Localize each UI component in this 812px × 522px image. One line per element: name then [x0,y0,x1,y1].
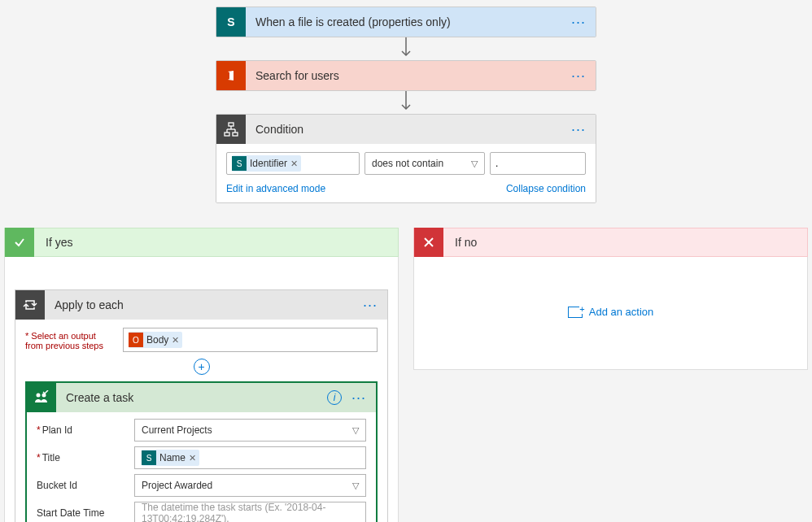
arrow-down-icon [398,37,414,60]
plan-id-label: *Plan Id [37,424,126,436]
office365-icon [216,61,246,90]
identifier-token[interactable]: S Identifier ✕ [232,155,301,172]
sharepoint-icon: S [142,450,156,465]
chevron-down-icon: ▽ [471,159,478,169]
condition-step: Condition ··· S Identifier ✕ does not co… [216,114,596,203]
create-task-step: Create a task i ··· *Plan Id Current Pro… [25,381,378,522]
svg-rect-5 [233,133,238,136]
plan-id-select[interactable]: Current Projects ▽ [134,419,366,442]
remove-token-icon[interactable]: ✕ [172,335,179,346]
search-users-title: Search for users [246,69,568,82]
sharepoint-icon: S [232,156,247,171]
search-users-menu[interactable]: ··· [568,67,589,85]
apply-menu[interactable]: ··· [360,297,381,314]
task-menu[interactable]: ··· [348,389,369,407]
trigger-title: When a file is created (properties only) [246,15,568,28]
condition-icon [216,115,246,144]
planner-icon [27,383,56,412]
info-icon[interactable]: i [327,390,342,405]
remove-token-icon[interactable]: ✕ [290,159,298,169]
condition-operator-select[interactable]: does not contain ▽ [365,152,485,175]
arrow-down-icon [398,91,414,114]
bucket-id-label: Bucket Id [37,480,126,491]
svg-rect-4 [225,133,229,136]
add-step-button[interactable]: + [194,359,210,375]
if-yes-header[interactable]: If yes [4,228,399,257]
check-icon [5,228,34,257]
create-task-header[interactable]: Create a task i ··· [27,383,376,412]
trigger-menu[interactable]: ··· [568,14,589,31]
add-action-button[interactable]: Add an action [568,306,654,318]
name-token[interactable]: S Name ✕ [142,450,199,466]
collapse-condition-link[interactable]: Collapse condition [506,183,586,194]
title-label: *Title [37,452,126,463]
title-input[interactable]: S Name ✕ [134,446,366,469]
x-icon [414,228,443,257]
remove-token-icon[interactable]: ✕ [189,453,196,463]
edit-advanced-link[interactable]: Edit in advanced mode [226,183,325,194]
svg-rect-3 [229,123,234,126]
condition-value-input[interactable] [490,152,586,175]
condition-left-field[interactable]: S Identifier ✕ [226,152,360,175]
start-date-label: Start Date Time [37,507,126,519]
start-date-input[interactable]: The datetime the task starts (Ex. '2018-… [134,502,366,522]
body-token[interactable]: O Body ✕ [129,332,182,348]
apply-input[interactable]: O Body ✕ [123,328,378,352]
if-yes-branch: If yes Apply to each ··· * Select an out… [4,228,399,522]
condition-title: Condition [246,123,568,136]
add-action-icon [568,307,583,318]
apply-to-each-header[interactable]: Apply to each ··· [15,290,387,320]
apply-to-each-step: Apply to each ··· * Select an output fro… [15,289,388,522]
trigger-step[interactable]: S When a file is created (properties onl… [216,7,596,37]
chevron-down-icon: ▽ [352,481,359,491]
apply-select-label: * Select an output from previous steps [25,328,115,350]
bucket-id-select[interactable]: Project Awarded ▽ [134,474,366,497]
chevron-down-icon: ▽ [352,425,359,436]
if-no-branch: If no Add an action [413,228,808,522]
office365-icon: O [129,333,143,347]
condition-menu[interactable]: ··· [568,121,589,138]
loop-icon [15,290,45,320]
sharepoint-icon: S [216,7,246,37]
if-no-header[interactable]: If no [413,228,808,257]
search-users-step[interactable]: Search for users ··· [216,60,596,91]
condition-header[interactable]: Condition ··· [216,115,596,144]
svg-point-10 [37,394,41,398]
